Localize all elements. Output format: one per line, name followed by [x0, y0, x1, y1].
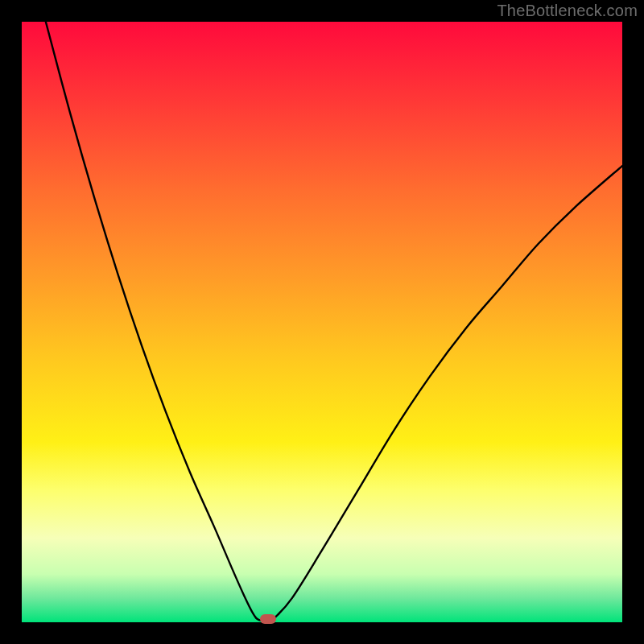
chart-curve	[22, 22, 622, 622]
watermark-text: TheBottleneck.com	[497, 2, 638, 20]
chart-frame: TheBottleneck.com	[0, 0, 644, 644]
chart-marker	[260, 614, 276, 624]
